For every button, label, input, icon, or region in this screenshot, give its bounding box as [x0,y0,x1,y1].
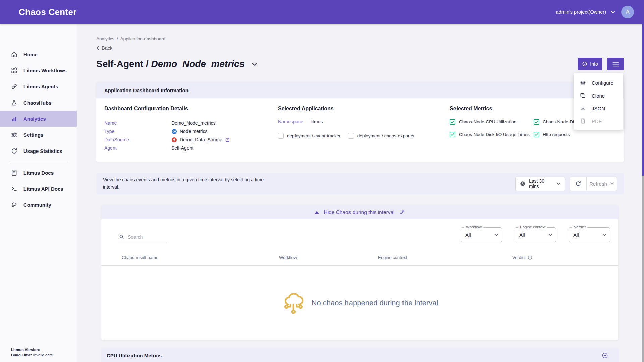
avatar[interactable]: A [621,6,634,18]
application-checkbox-event-tracker[interactable]: deployment / event-tracker [278,133,341,139]
metric-checkbox-http-requests[interactable]: Http requests [534,132,614,137]
engine-context-filter-select[interactable]: Engine context All [515,227,556,242]
external-link-icon[interactable] [225,137,230,142]
verdict-info-icon[interactable] [528,255,532,260]
refresh-interval-select[interactable]: Refresh [587,177,617,191]
sidebar-item-litmus-api-docs[interactable]: Litmus API Docs [0,181,77,197]
home-icon [11,51,18,58]
time-range-select[interactable]: Last 30 mins [515,177,565,191]
namespace-label: Namespace [278,119,303,124]
sidebar-item-litmus-workflows[interactable]: Litmus Workflows [0,62,77,78]
title-agent: Self-Agent / [96,59,149,69]
checkbox[interactable] [450,119,455,125]
namespace-value: litmus [311,119,323,124]
menu-item-configure[interactable]: Configure [574,76,623,89]
config-value: Self-Agent [171,145,193,151]
triangle-up-icon [315,211,319,214]
sidebar-item-community[interactable]: Community [0,197,77,213]
metric-checkbox-disk-io-times[interactable]: Chaos-Node-Disk I/O Usage Times [450,132,534,137]
back-label: Back [102,45,112,51]
config-label: Agent [104,145,171,151]
verdict-filter-select[interactable]: Verdict All [569,227,610,242]
metric-checkbox-cpu-utilization[interactable]: Chaos-Node-CPU Utilization [450,119,534,125]
project-selector[interactable]: admin's project(Owner) [556,9,615,15]
checkbox-label: Chaos-Node-Disk I/O Usage Times [459,132,530,137]
cloud-network-icon [281,291,306,315]
litmus-version-label: Litmus Version: [11,348,40,352]
sidebar-item-analytics[interactable]: Analytics [0,111,77,127]
checkbox-label: deployment / event-tracker [287,133,341,138]
back-button[interactable]: Back [96,45,624,51]
column-verdict: Verdict [512,255,526,260]
title-chevron-down-icon[interactable] [252,63,257,66]
filter-value: All [573,232,579,238]
hide-chaos-toggle[interactable]: Hide Chaos during this interval [101,205,618,219]
config-value: Node metrics [180,129,207,134]
search-input[interactable] [128,234,165,240]
checkbox[interactable] [450,132,455,137]
scrollbar-thumb[interactable] [642,24,644,176]
menu-item-json[interactable]: JSON [574,102,623,115]
sidebar-item-label: Litmus Agents [23,84,58,89]
breadcrumb-analytics[interactable]: Analytics [96,36,114,41]
chevron-down-icon [494,234,498,236]
sidebar-item-litmus-docs[interactable]: Litmus Docs [0,165,77,181]
menu-item-label: JSON [592,106,605,111]
checkbox[interactable] [348,133,354,139]
sidebar-item-usage-statistics[interactable]: Usage Statistics [0,143,77,159]
sidebar-item-label: Home [23,52,38,57]
page-title: Self-Agent / Demo_Node_metrics [96,59,245,69]
app-title: Chaos Center [19,7,77,17]
search-field[interactable] [118,233,168,242]
cpu-panel-title: CPU Utilization Metrics [107,353,162,358]
sidebar-item-label: Settings [23,132,43,138]
filter-label: Workflow [464,225,483,229]
workflow-filter-select[interactable]: Workflow All [461,227,502,242]
breadcrumb: Analytics / Application-dashboard [96,36,624,41]
sidebar-item-label: Usage Statistics [23,148,62,154]
info-button[interactable]: Info [578,58,602,70]
config-value: Demo_Node_metrics [171,120,216,126]
sidebar-item-label: Litmus Docs [23,170,54,176]
checkbox[interactable] [278,133,284,139]
title-dashboard-name: Demo_Node_metrics [151,59,245,69]
build-time-value: Invalid date [33,353,53,357]
refresh-now-button[interactable] [570,177,587,191]
dashboard-actions-menu: Configure Clone JSON PDF [574,73,623,130]
page-scrollbar[interactable] [642,24,644,362]
sidebar-item-home[interactable]: Home [0,46,77,62]
chevron-down-icon [611,11,615,13]
checkbox-label: Chaos-Node-CPU Utilization [459,119,516,124]
menu-item-pdf[interactable]: PDF [574,115,623,127]
menu-item-clone[interactable]: Clone [574,89,623,102]
table-header-row: Chaos result name Workflow Engine contex… [101,247,618,266]
breadcrumb-separator: / [117,36,118,41]
sidebar: Home Litmus Workflows Litmus Agents Chao… [0,24,77,362]
sidebar-item-litmus-agents[interactable]: Litmus Agents [0,78,77,95]
settings-icon [11,131,18,138]
application-checkbox-chaos-exporter[interactable]: deployment / chaos-exporter [348,133,415,139]
workflows-icon [11,67,18,74]
info-icon [582,61,587,67]
section-title: Dashboard Configuration Details [104,106,278,112]
chevron-left-icon [96,46,99,50]
menu-button[interactable] [607,58,624,70]
hamburger-icon [612,62,619,67]
filter-label: Engine context [518,225,547,229]
checkbox[interactable] [534,119,539,125]
sidebar-item-settings[interactable]: Settings [0,127,77,143]
sidebar-item-chaoshubs[interactable]: ChaosHubs [0,95,77,111]
checkbox[interactable] [534,132,539,137]
column-workflow: Workflow [279,255,378,260]
menu-item-label: PDF [592,118,602,124]
cpu-metrics-panel-header: CPU Utilization Metrics [101,348,618,362]
analytics-icon [11,115,18,122]
time-interval-bar: View the chaos events and metrics in a g… [96,173,624,194]
collapse-minus-icon[interactable] [602,352,608,359]
docs-icon [11,169,18,176]
chevron-down-icon [556,182,560,185]
breadcrumb-application-dashboard[interactable]: Application-dashboard [120,36,165,41]
node-metrics-icon [171,129,177,134]
edit-pencil-icon[interactable] [399,209,405,215]
app-header: Chaos Center admin's project(Owner) A [0,0,644,24]
